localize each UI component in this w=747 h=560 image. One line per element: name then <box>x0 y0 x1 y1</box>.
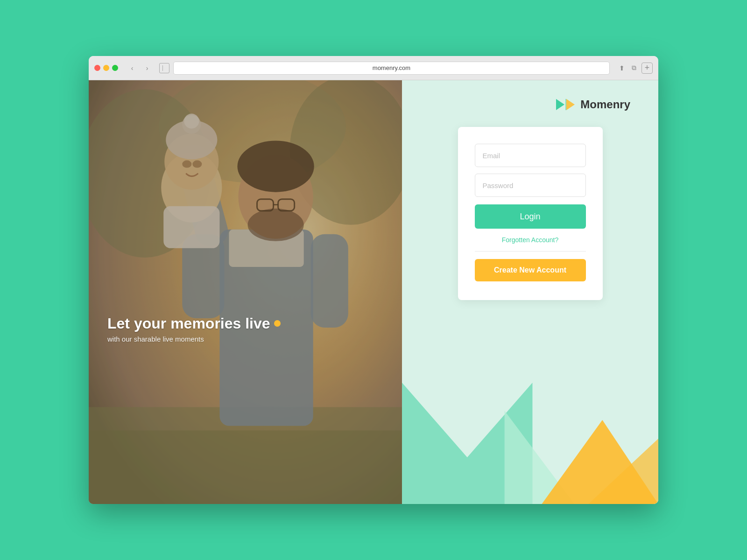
logo-area: Momenry <box>555 97 630 112</box>
browser-content: Let your memories live with our sharable… <box>89 80 658 504</box>
photo-panel: Let your memories live with our sharable… <box>89 80 402 504</box>
photo-overlay <box>89 80 402 504</box>
copy-icon[interactable]: ⧉ <box>629 63 639 73</box>
browser-window: ‹ › momenry.com ⬆ ⧉ + <box>89 56 658 504</box>
logo-icon <box>555 97 576 112</box>
photo-text: Let your memories live with our sharable… <box>107 315 281 343</box>
login-button[interactable]: Login <box>475 204 586 229</box>
forgotten-account-link[interactable]: Forgotten Account? <box>475 236 586 244</box>
password-input[interactable] <box>475 174 586 197</box>
share-icon[interactable]: ⬆ <box>617 63 627 73</box>
minimize-button[interactable] <box>103 65 109 71</box>
sidebar-button[interactable] <box>159 63 169 73</box>
svg-marker-34 <box>565 99 566 110</box>
email-input[interactable] <box>475 144 586 167</box>
close-button[interactable] <box>94 65 100 71</box>
browser-toolbar: ‹ › momenry.com ⬆ ⧉ + <box>89 56 658 80</box>
yellow-dot-decoration <box>274 320 281 327</box>
create-account-button[interactable]: Create New Account <box>475 259 586 281</box>
forward-button[interactable]: › <box>141 63 154 73</box>
svg-marker-32 <box>556 99 564 110</box>
login-card: Login Forgotten Account? Create New Acco… <box>458 127 603 300</box>
login-panel: Momenry Login Forgotten Account? Create … <box>402 80 658 504</box>
m-decoration <box>402 345 658 504</box>
divider <box>475 251 586 252</box>
add-tab-button[interactable]: + <box>641 63 653 74</box>
svg-marker-33 <box>566 99 575 110</box>
logo-text: Momenry <box>580 98 630 111</box>
photo-subtext: with our sharable live moments <box>107 335 281 343</box>
traffic-lights <box>94 65 118 71</box>
maximize-button[interactable] <box>112 65 118 71</box>
headline-text: Let your memories live <box>107 315 270 332</box>
toolbar-right: ⬆ ⧉ + <box>617 63 653 74</box>
url-bar[interactable]: momenry.com <box>173 62 610 75</box>
back-button[interactable]: ‹ <box>126 63 139 73</box>
url-text: momenry.com <box>373 64 410 71</box>
nav-buttons: ‹ › <box>126 63 154 73</box>
photo-headline: Let your memories live <box>107 315 281 332</box>
